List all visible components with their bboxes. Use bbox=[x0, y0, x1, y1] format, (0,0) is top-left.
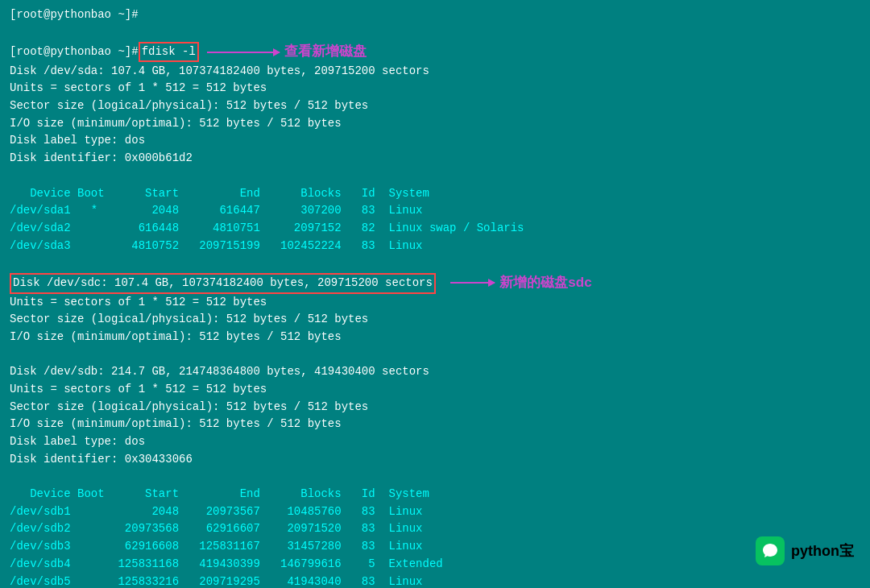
line-empty2 bbox=[10, 255, 860, 272]
line-empty4 bbox=[10, 468, 860, 486]
line-prompt-top: [root@pythonbao ~]# bbox=[10, 6, 860, 41]
line-sdb2: /dev/sdb2 20973568 62916607 20971520 83 … bbox=[10, 520, 860, 538]
line-sdc-io: I/O size (minimum/optimal): 512 bytes / … bbox=[10, 329, 860, 346]
line-sdb-info: Disk /dev/sdb: 214.7 GB, 214748364800 by… bbox=[10, 363, 860, 381]
command-box: fdisk -l bbox=[139, 42, 199, 63]
line-sdb-sector: Sector size (logical/physical): 512 byte… bbox=[10, 399, 860, 416]
line-sdb3: /dev/sdb3 62916608 125831167 31457280 83… bbox=[10, 538, 860, 556]
watermark-label: python宝 bbox=[791, 541, 854, 561]
line-sdb-io: I/O size (minimum/optimal): 512 bytes / … bbox=[10, 416, 860, 433]
line-sda-id: Disk identifier: 0x000b61d2 bbox=[10, 150, 860, 168]
line-sda-info: Disk /dev/sda: 107.4 GB, 107374182400 by… bbox=[10, 63, 860, 81]
line-sda-label: Disk label type: dos bbox=[10, 132, 860, 150]
annotation-new-disk: 新增的磁盘sdc bbox=[499, 272, 591, 293]
line-sdb-table-header: Device Boot Start End Blocks Id System bbox=[10, 486, 860, 503]
line-sda1: /dev/sda1 * 2048 616447 307200 83 Linux bbox=[10, 202, 860, 220]
line-sda2: /dev/sda2 616448 4810751 2097152 82 Linu… bbox=[10, 220, 860, 238]
line-sdb4: /dev/sdb4 125831168 419430399 146799616 … bbox=[10, 556, 860, 574]
line-sdb1: /dev/sdb1 2048 20973567 10485760 83 Linu… bbox=[10, 503, 860, 521]
line-sdb-label: Disk label type: dos bbox=[10, 433, 860, 451]
line-sdb5: /dev/sdb5 125833216 209719295 41943040 8… bbox=[10, 574, 860, 588]
line-sda-io: I/O size (minimum/optimal): 512 bytes / … bbox=[10, 115, 860, 133]
line-sdc-info: Disk /dev/sdc: 107.4 GB, 107374182400 by… bbox=[13, 275, 433, 292]
wechat-icon bbox=[756, 536, 785, 565]
line-sda-sector: Sector size (logical/physical): 512 byte… bbox=[10, 97, 860, 115]
line-sdb-id: Disk identifier: 0x30433066 bbox=[10, 451, 860, 469]
terminal: [root@pythonbao ~]# [root@pythonbao ~]# … bbox=[0, 0, 870, 588]
line-sda-table-header: Device Boot Start End Blocks Id System bbox=[10, 185, 860, 203]
watermark: python宝 bbox=[756, 536, 854, 565]
line-sda-units: Units = sectors of 1 * 512 = 512 bytes bbox=[10, 80, 860, 97]
prompt-prefix: [root@pythonbao ~]# bbox=[10, 43, 139, 61]
line-empty3 bbox=[10, 346, 860, 364]
line-sdc-sector: Sector size (logical/physical): 512 byte… bbox=[10, 311, 860, 329]
line-sdb-units: Units = sectors of 1 * 512 = 512 bytes bbox=[10, 381, 860, 399]
line-sdc-units: Units = sectors of 1 * 512 = 512 bytes bbox=[10, 294, 860, 312]
line-sda3: /dev/sda3 4810752 209715199 102452224 83… bbox=[10, 238, 860, 255]
line-empty1 bbox=[10, 168, 860, 185]
annotation-view-disk: 查看新增磁盘 bbox=[284, 41, 367, 62]
